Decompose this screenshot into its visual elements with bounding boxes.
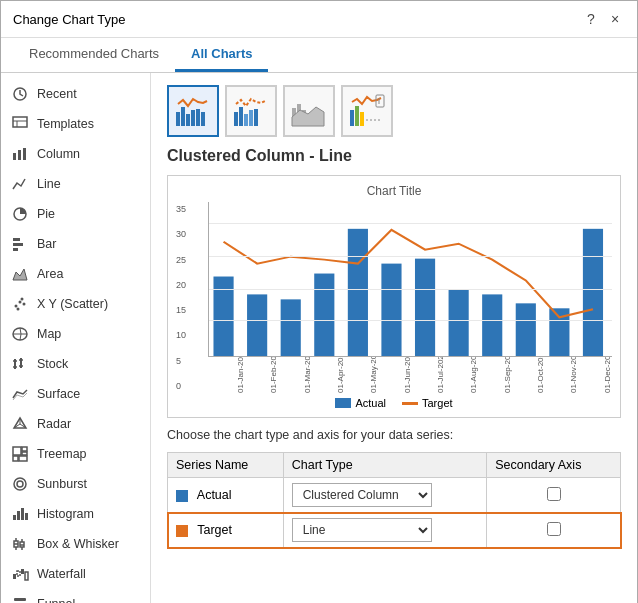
sidebar-item-area[interactable]: Area	[1, 259, 150, 289]
histogram-icon	[11, 505, 29, 523]
sidebar-item-boxwhisker[interactable]: Box & Whisker	[1, 529, 150, 559]
svg-rect-78	[376, 95, 384, 107]
sidebar-label-sunburst: Sunburst	[37, 477, 87, 491]
sidebar-label-pie: Pie	[37, 207, 55, 221]
sidebar-item-column[interactable]: Column	[1, 139, 150, 169]
sidebar-item-radar[interactable]: Radar	[1, 409, 150, 439]
sidebar-item-treemap[interactable]: Treemap	[1, 439, 150, 469]
funnel-icon	[11, 595, 29, 603]
series-row-target: Target Clustered Column Line Stacked Col…	[168, 513, 621, 548]
svg-rect-69	[254, 109, 258, 126]
chart-icon-combo4[interactable]	[341, 85, 393, 137]
sidebar-label-stock: Stock	[37, 357, 68, 371]
svg-point-13	[19, 301, 22, 304]
sidebar-item-templates[interactable]: Templates	[1, 109, 150, 139]
bar-icon	[11, 235, 29, 253]
svg-rect-86	[415, 259, 435, 356]
svg-rect-76	[360, 112, 364, 126]
close-button[interactable]: ×	[605, 9, 625, 29]
grid-line-2	[209, 289, 612, 290]
actual-chart-type-select[interactable]: Clustered Column Line Stacked Column Are…	[292, 483, 432, 507]
target-color-swatch	[176, 525, 188, 537]
sidebar-label-column: Column	[37, 147, 80, 161]
right-panel: Clustered Column - Line Chart Title 0 5 …	[151, 73, 637, 603]
legend-target-label: Target	[422, 397, 453, 409]
svg-rect-9	[13, 243, 23, 246]
sidebar-label-templates: Templates	[37, 117, 94, 131]
sidebar-item-surface[interactable]: Surface	[1, 379, 150, 409]
svg-rect-83	[314, 274, 334, 356]
svg-rect-89	[516, 303, 536, 356]
sidebar-label-recent: Recent	[37, 87, 77, 101]
sidebar-item-waterfall[interactable]: Waterfall	[1, 559, 150, 589]
series-name-actual: Actual	[168, 478, 284, 513]
svg-rect-48	[13, 574, 16, 579]
sidebar-item-sunburst[interactable]: Sunburst	[1, 469, 150, 499]
chart-icon-combo3[interactable]	[283, 85, 335, 137]
svg-point-35	[14, 478, 26, 490]
sidebar-item-xy[interactable]: X Y (Scatter)	[1, 289, 150, 319]
sidebar-item-pie[interactable]: Pie	[1, 199, 150, 229]
chart-subtitle: Clustered Column - Line	[167, 147, 621, 165]
sidebar-item-histogram[interactable]: Histogram	[1, 499, 150, 529]
target-chart-type-select[interactable]: Clustered Column Line Stacked Column Are…	[292, 518, 432, 542]
sidebar-label-line: Line	[37, 177, 61, 191]
target-secondary-axis-checkbox[interactable]	[547, 522, 561, 536]
svg-rect-68	[249, 110, 253, 126]
chart-icon-combo2[interactable]	[225, 85, 277, 137]
svg-rect-67	[244, 114, 248, 126]
sidebar-item-bar[interactable]: Bar	[1, 229, 150, 259]
sidebar-label-funnel: Funnel	[37, 597, 75, 603]
svg-rect-4	[13, 153, 16, 160]
chart-wrapper: 0 5 10 15 20 25 30 35	[176, 202, 612, 393]
chart-icon-combo1[interactable]	[167, 85, 219, 137]
map-icon	[11, 325, 29, 343]
svg-rect-5	[18, 150, 21, 160]
svg-rect-85	[381, 264, 401, 356]
svg-marker-11	[13, 269, 27, 280]
col-secondary-axis: Secondary Axis	[487, 453, 621, 478]
stock-icon	[11, 355, 29, 373]
grid-line-4	[209, 223, 612, 224]
target-label: Target	[197, 523, 232, 537]
sidebar-item-line[interactable]: Line	[1, 169, 150, 199]
svg-rect-81	[247, 294, 267, 356]
svg-point-34	[17, 481, 23, 487]
sidebar-label-map: Map	[37, 327, 61, 341]
svg-rect-60	[181, 107, 185, 126]
svg-rect-49	[17, 571, 20, 576]
svg-rect-88	[482, 294, 502, 356]
title-bar: Change Chart Type ? ×	[1, 1, 637, 38]
help-button[interactable]: ?	[581, 9, 601, 29]
tab-all-charts[interactable]: All Charts	[175, 38, 268, 72]
grid-line-3	[209, 256, 612, 257]
sidebar-item-stock[interactable]: Stock	[1, 349, 150, 379]
svg-rect-39	[25, 513, 28, 520]
title-bar-left: Change Chart Type	[13, 12, 126, 27]
tabs-bar: Recommended Charts All Charts	[1, 38, 637, 73]
svg-rect-32	[13, 456, 18, 461]
sidebar-item-map[interactable]: Map	[1, 319, 150, 349]
actual-secondary-axis-checkbox[interactable]	[547, 487, 561, 501]
svg-rect-91	[583, 229, 603, 356]
svg-rect-82	[281, 299, 301, 356]
pie-icon	[11, 205, 29, 223]
sidebar-label-treemap: Treemap	[37, 447, 87, 461]
svg-rect-38	[21, 508, 24, 520]
svg-rect-37	[17, 511, 20, 520]
sidebar-item-recent[interactable]: Recent	[1, 79, 150, 109]
sidebar-label-xy: X Y (Scatter)	[37, 297, 108, 311]
svg-rect-33	[19, 456, 27, 461]
sidebar-item-funnel[interactable]: Funnel	[1, 589, 150, 603]
svg-rect-52	[14, 598, 26, 601]
svg-rect-63	[196, 109, 200, 126]
svg-rect-62	[191, 110, 195, 126]
tab-recommended[interactable]: Recommended Charts	[13, 38, 175, 72]
svg-rect-51	[25, 572, 28, 580]
change-chart-type-dialog: Change Chart Type ? × Recommended Charts…	[0, 0, 638, 603]
sidebar-label-bar: Bar	[37, 237, 56, 251]
chart-body	[208, 202, 612, 357]
svg-rect-36	[13, 515, 16, 520]
y-axis-labels: 0 5 10 15 20 25 30 35	[176, 202, 186, 393]
surface-icon	[11, 385, 29, 403]
